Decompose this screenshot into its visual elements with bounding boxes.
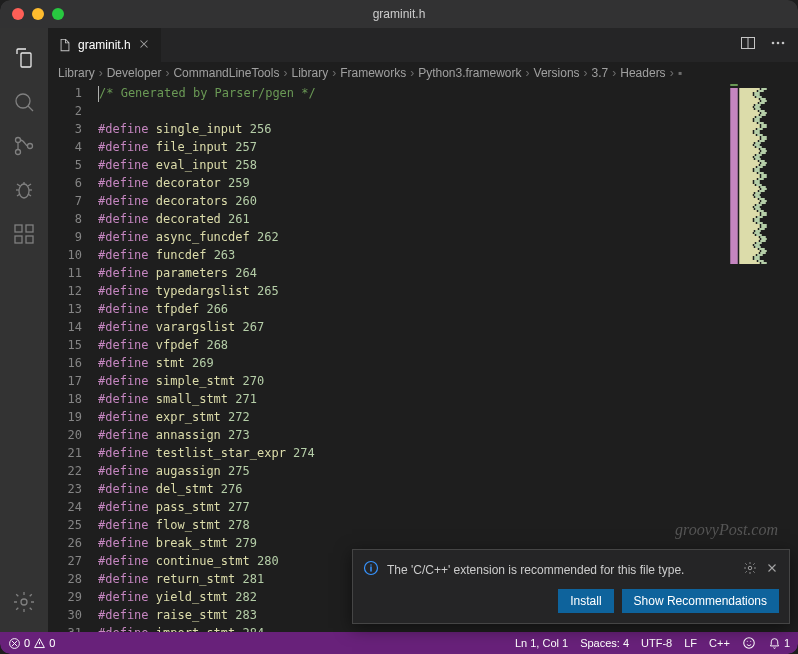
more-actions-icon[interactable] (770, 35, 786, 55)
notification-message: The 'C/C++' extension is recommended for… (387, 563, 735, 577)
chevron-right-icon: › (283, 66, 287, 80)
traffic-lights (0, 8, 64, 20)
breadcrumb-item[interactable]: 3.7 (592, 66, 609, 80)
breadcrumb-item[interactable]: Developer (107, 66, 162, 80)
extensions-icon[interactable] (0, 212, 48, 256)
status-eol[interactable]: LF (684, 637, 697, 649)
chevron-right-icon: › (332, 66, 336, 80)
svg-rect-5 (15, 225, 22, 232)
explorer-icon[interactable] (0, 36, 48, 80)
tab-bar: graminit.h (48, 28, 798, 62)
split-editor-icon[interactable] (740, 35, 756, 55)
recommendation-notification: The 'C/C++' extension is recommended for… (352, 549, 790, 624)
status-language[interactable]: C++ (709, 637, 730, 649)
svg-rect-8 (26, 225, 33, 232)
status-cursor-position[interactable]: Ln 1, Col 1 (515, 637, 568, 649)
tab-graminit[interactable]: graminit.h (48, 28, 162, 62)
svg-point-2 (16, 150, 21, 155)
svg-point-4 (19, 184, 29, 198)
chevron-right-icon: › (584, 66, 588, 80)
maximize-window-button[interactable] (52, 8, 64, 20)
install-button[interactable]: Install (558, 589, 613, 613)
breadcrumb-item[interactable]: Library (291, 66, 328, 80)
activity-bar (0, 28, 48, 632)
line-number-gutter: 1234567891011121314151617181920212223242… (48, 84, 98, 632)
svg-rect-7 (26, 236, 33, 243)
chevron-right-icon: › (670, 66, 674, 80)
source-control-icon[interactable] (0, 124, 48, 168)
search-icon[interactable] (0, 80, 48, 124)
svg-point-13 (782, 42, 785, 45)
notification-gear-icon[interactable] (743, 561, 757, 578)
svg-point-12 (777, 42, 780, 45)
svg-point-15 (748, 566, 752, 570)
tab-close-icon[interactable] (137, 37, 151, 54)
svg-point-11 (772, 42, 775, 45)
breadcrumb[interactable]: Library›Developer›CommandLineTools›Libra… (48, 62, 798, 84)
show-recommendations-button[interactable]: Show Recommendations (622, 589, 779, 613)
svg-point-0 (16, 94, 30, 108)
tab-label: graminit.h (78, 38, 131, 52)
chevron-right-icon: › (526, 66, 530, 80)
info-icon (363, 560, 379, 579)
svg-point-17 (744, 638, 755, 649)
minimize-window-button[interactable] (32, 8, 44, 20)
svg-point-1 (16, 138, 21, 143)
status-bar: 0 0 Ln 1, Col 1 Spaces: 4 UTF-8 LF C++ 1 (0, 632, 798, 654)
chevron-right-icon: › (410, 66, 414, 80)
breadcrumb-item[interactable]: Library (58, 66, 95, 80)
close-window-button[interactable] (12, 8, 24, 20)
status-encoding[interactable]: UTF-8 (641, 637, 672, 649)
svg-rect-6 (15, 236, 22, 243)
status-problems[interactable]: 0 0 (8, 637, 55, 650)
breadcrumb-item[interactable]: Frameworks (340, 66, 406, 80)
status-indentation[interactable]: Spaces: 4 (580, 637, 629, 649)
breadcrumb-item[interactable]: Versions (534, 66, 580, 80)
breadcrumb-item[interactable]: Python3.framework (418, 66, 521, 80)
notification-close-icon[interactable] (765, 561, 779, 578)
breadcrumb-item[interactable]: CommandLineTools (173, 66, 279, 80)
status-notifications-icon[interactable]: 1 (768, 637, 790, 650)
status-feedback-icon[interactable] (742, 636, 756, 650)
window-title: graminit.h (373, 7, 426, 21)
settings-gear-icon[interactable] (0, 580, 48, 624)
chevron-right-icon: › (612, 66, 616, 80)
svg-point-3 (28, 144, 33, 149)
tab-actions (740, 28, 798, 62)
chevron-right-icon: › (99, 66, 103, 80)
file-icon (58, 38, 72, 52)
svg-point-9 (21, 599, 27, 605)
title-bar: graminit.h (0, 0, 798, 28)
breadcrumb-item[interactable]: Headers (620, 66, 665, 80)
debug-icon[interactable] (0, 168, 48, 212)
chevron-right-icon: › (165, 66, 169, 80)
